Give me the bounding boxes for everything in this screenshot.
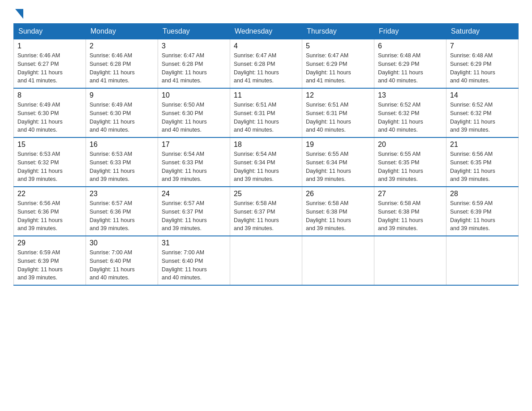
calendar-cell: 18 Sunrise: 6:54 AMSunset: 6:34 PMDaylig… — [230, 137, 302, 187]
weekday-header-thursday: Thursday — [302, 24, 374, 39]
calendar-cell: 27 Sunrise: 6:58 AMSunset: 6:38 PMDaylig… — [374, 187, 446, 236]
weekday-header-wednesday: Wednesday — [230, 24, 302, 39]
day-info: Sunrise: 6:56 AMSunset: 6:35 PMDaylight:… — [450, 150, 515, 184]
calendar-cell: 30 Sunrise: 7:00 AMSunset: 6:40 PMDaylig… — [86, 236, 158, 285]
calendar-cell: 29 Sunrise: 6:59 AMSunset: 6:39 PMDaylig… — [14, 236, 86, 285]
day-number: 28 — [450, 190, 515, 198]
calendar-cell: 26 Sunrise: 6:58 AMSunset: 6:38 PMDaylig… — [302, 187, 374, 236]
calendar-cell: 6 Sunrise: 6:48 AMSunset: 6:29 PMDayligh… — [374, 39, 446, 89]
calendar-cell: 2 Sunrise: 6:46 AMSunset: 6:28 PMDayligh… — [86, 39, 158, 89]
calendar-cell: 31 Sunrise: 7:00 AMSunset: 6:40 PMDaylig… — [158, 236, 230, 285]
day-info: Sunrise: 6:47 AMSunset: 6:28 PMDaylight:… — [162, 51, 226, 85]
logo-area — [13, 9, 24, 19]
day-info: Sunrise: 6:54 AMSunset: 6:34 PMDaylight:… — [234, 150, 298, 184]
day-number: 27 — [378, 190, 442, 198]
calendar-cell: 16 Sunrise: 6:53 AMSunset: 6:33 PMDaylig… — [86, 137, 158, 187]
day-number: 22 — [17, 190, 82, 198]
day-info: Sunrise: 6:48 AMSunset: 6:29 PMDaylight:… — [450, 51, 515, 85]
calendar-cell: 11 Sunrise: 6:51 AMSunset: 6:31 PMDaylig… — [230, 88, 302, 137]
day-info: Sunrise: 6:58 AMSunset: 6:38 PMDaylight:… — [378, 199, 442, 233]
svg-marker-0 — [15, 9, 23, 19]
day-info: Sunrise: 6:58 AMSunset: 6:37 PMDaylight:… — [234, 199, 298, 233]
calendar-cell: 3 Sunrise: 6:47 AMSunset: 6:28 PMDayligh… — [158, 39, 230, 89]
day-info: Sunrise: 6:57 AMSunset: 6:36 PMDaylight:… — [90, 199, 154, 233]
day-number: 17 — [162, 141, 226, 149]
day-number: 18 — [234, 141, 298, 149]
weekday-header-monday: Monday — [86, 24, 158, 39]
day-number: 19 — [306, 141, 370, 149]
day-info: Sunrise: 6:57 AMSunset: 6:37 PMDaylight:… — [162, 199, 226, 233]
weekday-header-friday: Friday — [374, 24, 446, 39]
calendar-cell: 25 Sunrise: 6:58 AMSunset: 6:37 PMDaylig… — [230, 187, 302, 236]
day-info: Sunrise: 6:58 AMSunset: 6:38 PMDaylight:… — [306, 199, 370, 233]
week-row-3: 15 Sunrise: 6:53 AMSunset: 6:32 PMDaylig… — [14, 137, 519, 187]
day-number: 13 — [378, 91, 442, 99]
day-number: 2 — [90, 42, 154, 50]
calendar-cell: 1 Sunrise: 6:46 AMSunset: 6:27 PMDayligh… — [14, 39, 86, 89]
calendar-cell: 21 Sunrise: 6:56 AMSunset: 6:35 PMDaylig… — [446, 137, 519, 187]
day-number: 15 — [17, 141, 82, 149]
calendar-cell: 23 Sunrise: 6:57 AMSunset: 6:36 PMDaylig… — [86, 187, 158, 236]
day-number: 31 — [162, 239, 226, 247]
day-info: Sunrise: 6:55 AMSunset: 6:35 PMDaylight:… — [378, 150, 442, 184]
calendar-cell: 24 Sunrise: 6:57 AMSunset: 6:37 PMDaylig… — [158, 187, 230, 236]
day-number: 5 — [306, 42, 370, 50]
calendar-cell: 5 Sunrise: 6:47 AMSunset: 6:29 PMDayligh… — [302, 39, 374, 89]
day-info: Sunrise: 6:51 AMSunset: 6:31 PMDaylight:… — [234, 101, 298, 134]
day-info: Sunrise: 6:56 AMSunset: 6:36 PMDaylight:… — [17, 199, 82, 233]
day-number: 21 — [450, 141, 515, 149]
calendar-cell — [302, 236, 374, 285]
day-info: Sunrise: 6:46 AMSunset: 6:27 PMDaylight:… — [17, 51, 82, 85]
day-info: Sunrise: 6:53 AMSunset: 6:33 PMDaylight:… — [90, 150, 154, 184]
day-info: Sunrise: 7:00 AMSunset: 6:40 PMDaylight:… — [162, 248, 226, 282]
calendar-cell — [374, 236, 446, 285]
page-header — [13, 9, 519, 19]
day-number: 4 — [234, 42, 298, 50]
day-number: 10 — [162, 91, 226, 99]
logo — [13, 9, 24, 19]
day-number: 1 — [17, 42, 82, 50]
weekday-header-saturday: Saturday — [446, 24, 519, 39]
calendar-cell: 28 Sunrise: 6:59 AMSunset: 6:39 PMDaylig… — [446, 187, 519, 236]
day-info: Sunrise: 7:00 AMSunset: 6:40 PMDaylight:… — [90, 248, 154, 282]
day-number: 20 — [378, 141, 442, 149]
calendar-cell — [446, 236, 519, 285]
day-info: Sunrise: 6:49 AMSunset: 6:30 PMDaylight:… — [90, 101, 154, 134]
calendar-cell: 15 Sunrise: 6:53 AMSunset: 6:32 PMDaylig… — [14, 137, 86, 187]
day-info: Sunrise: 6:52 AMSunset: 6:32 PMDaylight:… — [450, 101, 515, 134]
day-info: Sunrise: 6:46 AMSunset: 6:28 PMDaylight:… — [90, 51, 154, 85]
day-number: 8 — [17, 91, 82, 99]
day-number: 24 — [162, 190, 226, 198]
weekday-header-tuesday: Tuesday — [158, 24, 230, 39]
day-info: Sunrise: 6:59 AMSunset: 6:39 PMDaylight:… — [450, 199, 515, 233]
day-number: 30 — [90, 239, 154, 247]
day-number: 12 — [306, 91, 370, 99]
calendar-table: SundayMondayTuesdayWednesdayThursdayFrid… — [13, 23, 519, 286]
week-row-2: 8 Sunrise: 6:49 AMSunset: 6:30 PMDayligh… — [14, 88, 519, 137]
day-number: 23 — [90, 190, 154, 198]
calendar-body: 1 Sunrise: 6:46 AMSunset: 6:27 PMDayligh… — [14, 39, 519, 286]
day-number: 26 — [306, 190, 370, 198]
day-info: Sunrise: 6:51 AMSunset: 6:31 PMDaylight:… — [306, 101, 370, 134]
calendar-cell: 12 Sunrise: 6:51 AMSunset: 6:31 PMDaylig… — [302, 88, 374, 137]
day-number: 29 — [17, 239, 82, 247]
day-number: 11 — [234, 91, 298, 99]
day-info: Sunrise: 6:53 AMSunset: 6:32 PMDaylight:… — [17, 150, 82, 184]
day-info: Sunrise: 6:55 AMSunset: 6:34 PMDaylight:… — [306, 150, 370, 184]
week-row-4: 22 Sunrise: 6:56 AMSunset: 6:36 PMDaylig… — [14, 187, 519, 236]
calendar-cell: 9 Sunrise: 6:49 AMSunset: 6:30 PMDayligh… — [86, 88, 158, 137]
day-number: 16 — [90, 141, 154, 149]
calendar-cell: 13 Sunrise: 6:52 AMSunset: 6:32 PMDaylig… — [374, 88, 446, 137]
calendar-cell — [230, 236, 302, 285]
day-number: 14 — [450, 91, 515, 99]
week-row-1: 1 Sunrise: 6:46 AMSunset: 6:27 PMDayligh… — [14, 39, 519, 89]
day-info: Sunrise: 6:59 AMSunset: 6:39 PMDaylight:… — [17, 248, 82, 282]
week-row-5: 29 Sunrise: 6:59 AMSunset: 6:39 PMDaylig… — [14, 236, 519, 285]
calendar-cell: 17 Sunrise: 6:54 AMSunset: 6:33 PMDaylig… — [158, 137, 230, 187]
weekday-row: SundayMondayTuesdayWednesdayThursdayFrid… — [14, 24, 519, 39]
calendar-cell: 4 Sunrise: 6:47 AMSunset: 6:28 PMDayligh… — [230, 39, 302, 89]
calendar-cell: 8 Sunrise: 6:49 AMSunset: 6:30 PMDayligh… — [14, 88, 86, 137]
calendar-cell: 19 Sunrise: 6:55 AMSunset: 6:34 PMDaylig… — [302, 137, 374, 187]
calendar-cell: 7 Sunrise: 6:48 AMSunset: 6:29 PMDayligh… — [446, 39, 519, 89]
calendar-cell: 10 Sunrise: 6:50 AMSunset: 6:30 PMDaylig… — [158, 88, 230, 137]
